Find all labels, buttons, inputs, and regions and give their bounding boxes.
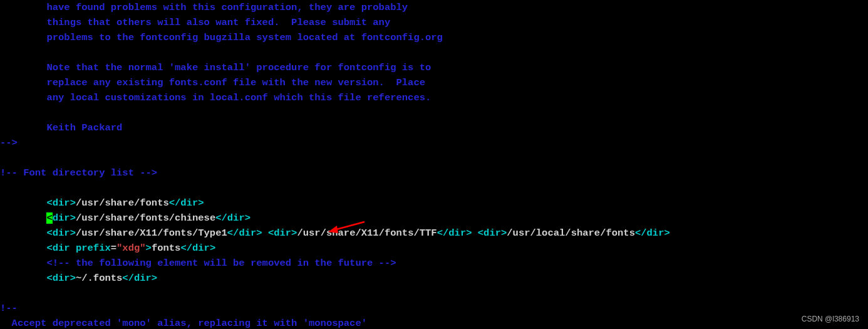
dir-line-5: <dir>~/.fonts</dir>: [0, 273, 157, 284]
dir-line-2-highlighted: <dir>/usr/share/fonts/chinese</dir>: [0, 212, 251, 224]
cursor-block: <: [46, 212, 52, 224]
comment-open: !--: [0, 303, 18, 314]
comment-close: -->: [0, 137, 18, 149]
comment-line: problems to the fontconfig bugzilla syst…: [0, 32, 443, 43]
dir-line-3: <dir>/usr/share/X11/fonts/Type1</dir> <d…: [0, 227, 670, 239]
dir-line-1: <dir>/usr/share/fonts</dir>: [0, 197, 204, 209]
comment-line: Keith Packard: [0, 122, 122, 133]
comment-line: things that others will also want fixed.…: [0, 17, 390, 28]
watermark-text: CSDN @l386913: [802, 313, 859, 325]
terminal-output: have found problems with this configurat…: [0, 0, 670, 329]
comment-line: Note that the normal 'make install' proc…: [0, 62, 431, 73]
dir-line-4-prefix: <dir prefix="xdg">fonts</dir>: [0, 243, 215, 254]
comment-line: replace any existing fonts.conf file wit…: [0, 77, 425, 88]
comment-font-dir-list: !-- Font directory list -->: [0, 167, 157, 179]
comment-line: have found problems with this configurat…: [0, 2, 408, 13]
comment-mono: Accept deprecated 'mono' alias, replacin…: [0, 318, 367, 329]
comment-removed: <!-- the following element will be remov…: [0, 258, 396, 269]
comment-line: any local customizations in local.conf w…: [0, 92, 431, 103]
